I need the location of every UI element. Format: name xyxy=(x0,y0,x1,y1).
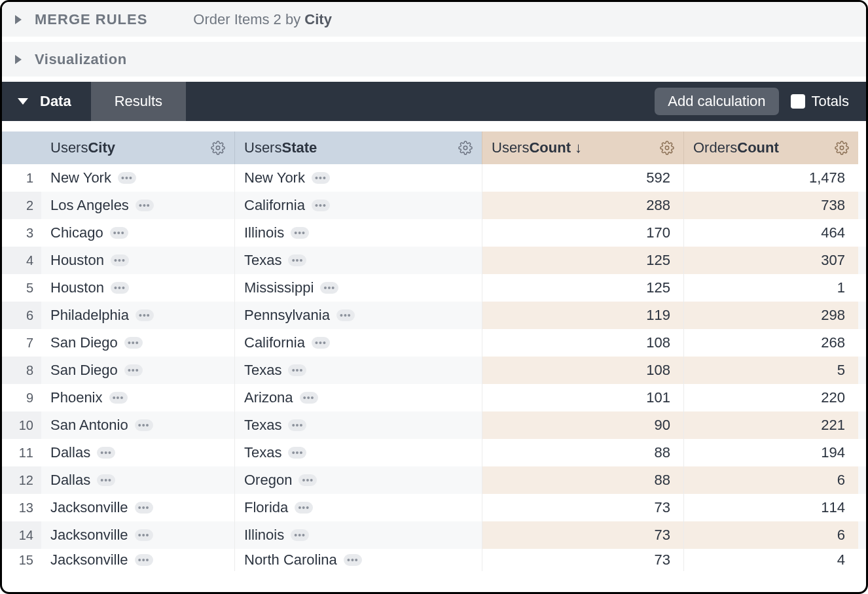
ellipsis-icon[interactable]: ••• xyxy=(124,337,143,349)
gear-icon[interactable] xyxy=(835,141,849,155)
cell-orders-count[interactable]: 738 xyxy=(684,192,858,219)
cell-orders-count[interactable]: 5 xyxy=(684,357,858,384)
cell-orders-count[interactable]: 1,478 xyxy=(684,164,858,192)
ellipsis-icon[interactable]: ••• xyxy=(288,254,306,266)
cell-users-state[interactable]: Arizona••• xyxy=(235,384,482,411)
ellipsis-icon[interactable]: ••• xyxy=(110,227,128,239)
cell-users-count[interactable]: 125 xyxy=(482,247,684,274)
cell-users-city[interactable]: Chicago••• xyxy=(41,219,235,247)
cell-users-state[interactable]: New York••• xyxy=(235,164,482,192)
cell-orders-count[interactable]: 6 xyxy=(684,466,858,494)
cell-users-city[interactable]: New York••• xyxy=(41,164,235,192)
cell-users-state[interactable]: Illinois••• xyxy=(235,219,482,247)
ellipsis-icon[interactable]: ••• xyxy=(111,254,129,266)
cell-users-state[interactable]: Pennsylvania••• xyxy=(235,302,482,329)
ellipsis-icon[interactable]: ••• xyxy=(336,309,355,321)
ellipsis-icon[interactable]: ••• xyxy=(136,309,154,321)
cell-users-count[interactable]: 88 xyxy=(482,466,684,494)
ellipsis-icon[interactable]: ••• xyxy=(300,392,318,404)
table-row[interactable]: 3Chicago•••Illinois•••170464 xyxy=(2,219,866,247)
ellipsis-icon[interactable]: ••• xyxy=(312,337,330,349)
ellipsis-icon[interactable]: ••• xyxy=(111,282,129,294)
table-row[interactable]: 4Houston•••Texas•••125307 xyxy=(2,247,866,274)
cell-users-state[interactable]: Texas••• xyxy=(235,357,482,384)
ellipsis-icon[interactable]: ••• xyxy=(288,419,306,431)
column-header-users-state[interactable]: Users State xyxy=(235,131,482,164)
cell-users-state[interactable]: Mississippi••• xyxy=(235,274,482,302)
tab-results[interactable]: Results xyxy=(91,82,186,121)
cell-orders-count[interactable]: 194 xyxy=(684,439,858,466)
cell-users-state[interactable]: North Carolina••• xyxy=(235,549,482,571)
cell-users-city[interactable]: Phoenix••• xyxy=(41,384,235,411)
ellipsis-icon[interactable]: ••• xyxy=(135,529,153,541)
cell-users-count[interactable]: 592 xyxy=(482,164,684,192)
cell-users-city[interactable]: San Antonio••• xyxy=(41,411,235,439)
ellipsis-icon[interactable]: ••• xyxy=(135,502,153,514)
cell-users-count[interactable]: 101 xyxy=(482,384,684,411)
ellipsis-icon[interactable]: ••• xyxy=(97,447,115,459)
cell-users-state[interactable]: California••• xyxy=(235,192,482,219)
ellipsis-icon[interactable]: ••• xyxy=(344,554,362,566)
add-calculation-button[interactable]: Add calculation xyxy=(655,88,778,115)
ellipsis-icon[interactable]: ••• xyxy=(298,474,317,486)
cell-orders-count[interactable]: 298 xyxy=(684,302,858,329)
table-row[interactable]: 14Jacksonville•••Illinois•••736 xyxy=(2,521,866,549)
cell-orders-count[interactable]: 268 xyxy=(684,329,858,357)
merge-rules-header[interactable]: MERGE RULES Order Items 2 by City xyxy=(2,2,866,37)
table-row[interactable]: 2Los Angeles•••California•••288738 xyxy=(2,192,866,219)
cell-users-state[interactable]: Oregon••• xyxy=(235,466,482,494)
ellipsis-icon[interactable]: ••• xyxy=(135,554,153,566)
cell-orders-count[interactable]: 307 xyxy=(684,247,858,274)
cell-orders-count[interactable]: 114 xyxy=(684,494,858,521)
ellipsis-icon[interactable]: ••• xyxy=(291,529,309,541)
cell-users-city[interactable]: San Diego••• xyxy=(41,329,235,357)
totals-toggle[interactable]: Totals xyxy=(791,93,849,110)
cell-users-city[interactable]: Houston••• xyxy=(41,274,235,302)
cell-users-city[interactable]: Los Angeles••• xyxy=(41,192,235,219)
cell-users-city[interactable]: Jacksonville••• xyxy=(41,521,235,549)
ellipsis-icon[interactable]: ••• xyxy=(124,364,143,376)
table-row[interactable]: 1New York•••New York•••5921,478 xyxy=(2,164,866,192)
cell-users-count[interactable]: 73 xyxy=(482,494,684,521)
cell-users-state[interactable]: Illinois••• xyxy=(235,521,482,549)
cell-orders-count[interactable]: 1 xyxy=(684,274,858,302)
gear-icon[interactable] xyxy=(211,141,225,155)
gear-icon[interactable] xyxy=(660,141,674,155)
cell-users-count[interactable]: 288 xyxy=(482,192,684,219)
ellipsis-icon[interactable]: ••• xyxy=(291,227,309,239)
ellipsis-icon[interactable]: ••• xyxy=(118,172,136,184)
cell-users-city[interactable]: San Diego••• xyxy=(41,357,235,384)
ellipsis-icon[interactable]: ••• xyxy=(288,447,306,459)
table-row[interactable]: 12Dallas•••Oregon•••886 xyxy=(2,466,866,494)
totals-checkbox[interactable] xyxy=(791,94,805,109)
cell-orders-count[interactable]: 6 xyxy=(684,521,858,549)
ellipsis-icon[interactable]: ••• xyxy=(295,502,313,514)
table-row[interactable]: 11Dallas•••Texas•••88194 xyxy=(2,439,866,466)
cell-orders-count[interactable]: 221 xyxy=(684,411,858,439)
cell-users-city[interactable]: Philadelphia••• xyxy=(41,302,235,329)
visualization-header[interactable]: Visualization xyxy=(2,42,866,77)
ellipsis-icon[interactable]: ••• xyxy=(312,172,330,184)
table-row[interactable]: 15Jacksonville•••North Carolina•••734 xyxy=(2,549,866,571)
cell-users-city[interactable]: Jacksonville••• xyxy=(41,549,235,571)
cell-users-count[interactable]: 88 xyxy=(482,439,684,466)
cell-users-count[interactable]: 108 xyxy=(482,357,684,384)
ellipsis-icon[interactable]: ••• xyxy=(97,474,115,486)
ellipsis-icon[interactable]: ••• xyxy=(288,364,306,376)
table-row[interactable]: 8San Diego•••Texas•••1085 xyxy=(2,357,866,384)
ellipsis-icon[interactable]: ••• xyxy=(320,282,338,294)
cell-users-count[interactable]: 108 xyxy=(482,329,684,357)
cell-users-count[interactable]: 125 xyxy=(482,274,684,302)
chevron-down-icon[interactable] xyxy=(18,98,28,105)
ellipsis-icon[interactable]: ••• xyxy=(109,392,128,404)
cell-users-state[interactable]: California••• xyxy=(235,329,482,357)
column-header-users-city[interactable]: Users City xyxy=(41,131,235,164)
cell-orders-count[interactable]: 220 xyxy=(684,384,858,411)
cell-users-count[interactable]: 90 xyxy=(482,411,684,439)
cell-orders-count[interactable]: 4 xyxy=(684,549,858,571)
table-row[interactable]: 13Jacksonville•••Florida•••73114 xyxy=(2,494,866,521)
column-header-users-count[interactable]: Users Count↓ xyxy=(482,131,684,164)
cell-users-city[interactable]: Houston••• xyxy=(41,247,235,274)
table-row[interactable]: 9Phoenix•••Arizona•••101220 xyxy=(2,384,866,411)
cell-users-state[interactable]: Texas••• xyxy=(235,439,482,466)
